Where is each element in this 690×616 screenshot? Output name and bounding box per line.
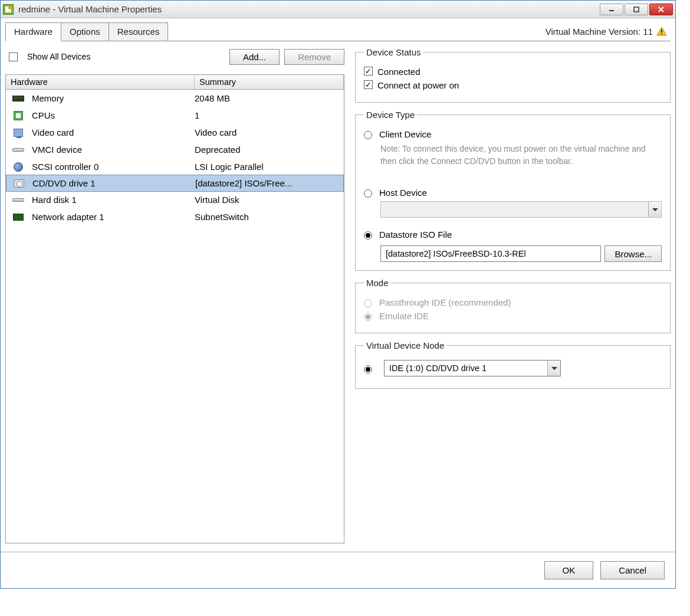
mode-legend: Mode [364, 278, 391, 288]
chevron-down-icon[interactable] [547, 361, 560, 376]
host-device-radio[interactable] [364, 189, 372, 198]
vm-properties-dialog: redmine - Virtual Machine Properties Har… [0, 0, 676, 589]
tab-options[interactable]: Options [61, 22, 109, 41]
passthrough-ide-label: Passthrough IDE (recommended) [379, 297, 511, 307]
passthrough-ide-radio [364, 299, 372, 307]
device-status-group: Device Status Connected Connect at power… [355, 47, 671, 103]
emulate-ide-radio [364, 313, 372, 321]
hw-summary: Deprecated [195, 145, 241, 155]
hw-name: SCSI controller 0 [32, 162, 195, 172]
hardware-col-header[interactable]: Hardware [6, 75, 195, 89]
host-device-label: Host Device [379, 188, 427, 198]
disk-icon [12, 195, 25, 205]
show-all-devices-label: Show All Devices [27, 52, 90, 61]
hw-summary: [datastore2] ISOs/Free... [195, 178, 292, 188]
virtual-device-node-group: Virtual Device Node [355, 340, 671, 389]
vm-version-label: Virtual Machine Version: 11 [546, 27, 671, 37]
hw-summary: SubnetSwitch [195, 212, 249, 222]
memory-icon [12, 93, 25, 104]
svg-point-6 [661, 34, 662, 35]
vdn-legend: Virtual Device Node [364, 340, 446, 350]
vm-version-text: Virtual Machine Version: 11 [546, 27, 653, 37]
hardware-row[interactable]: Memory2048 MB [6, 90, 344, 107]
show-all-devices-checkbox[interactable] [9, 53, 18, 61]
dialog-footer: OK Cancel [1, 552, 675, 588]
hw-name: CPUs [32, 110, 195, 120]
svg-rect-1 [634, 7, 639, 12]
datastore-iso-radio[interactable] [364, 231, 372, 240]
summary-col-header[interactable]: Summary [195, 75, 344, 89]
vmci-icon [12, 145, 25, 155]
hw-summary: LSI Logic Parallel [195, 162, 264, 172]
browse-button[interactable]: Browse... [604, 245, 662, 262]
window-title: redmine - Virtual Machine Properties [18, 4, 600, 14]
video-icon [12, 127, 25, 138]
hardware-row[interactable]: CD/DVD drive 1[datastore2] ISOs/Free... [6, 175, 344, 192]
hw-name: VMCI device [32, 145, 195, 155]
ok-button[interactable]: OK [544, 561, 594, 579]
hardware-row[interactable]: Hard disk 1Virtual Disk [6, 191, 344, 208]
tab-resources[interactable]: Resources [109, 22, 169, 41]
device-status-legend: Device Status [364, 47, 423, 57]
datastore-iso-label: Datastore ISO File [379, 230, 452, 240]
hw-name: Network adapter 1 [32, 212, 195, 222]
hardware-row[interactable]: Video cardVideo card [6, 124, 344, 141]
hw-summary: 1 [195, 110, 199, 120]
device-type-group: Device Type Client Device Note: To conne… [355, 110, 671, 271]
hw-summary: Video card [195, 127, 236, 137]
iso-path-input[interactable] [380, 245, 601, 262]
hw-name: Memory [32, 93, 195, 103]
add-button[interactable]: Add... [229, 49, 280, 65]
vdn-combo[interactable] [384, 360, 561, 376]
connect-at-power-on-label: Connect at power on [377, 80, 459, 90]
hardware-row[interactable]: VMCI deviceDeprecated [6, 141, 344, 158]
close-button[interactable] [649, 4, 673, 15]
warning-icon [656, 27, 667, 36]
titlebar: redmine - Virtual Machine Properties [1, 1, 675, 18]
nic-icon [12, 212, 25, 222]
hardware-list: Hardware Summary Memory2048 MBCPUs1Video… [5, 74, 344, 543]
cd-icon [12, 178, 25, 189]
connected-checkbox[interactable] [364, 67, 373, 76]
emulate-ide-label: Emulate IDE [379, 311, 429, 321]
client-device-label: Client Device [379, 129, 431, 139]
host-device-combo[interactable] [380, 201, 662, 218]
hardware-row[interactable]: CPUs1 [6, 107, 344, 124]
connected-label: Connected [377, 67, 420, 77]
mode-group: Mode Passthrough IDE (recommended) Emula… [355, 278, 671, 333]
client-device-note: Note: To connect this device, you must p… [380, 143, 662, 168]
cancel-button[interactable]: Cancel [600, 561, 665, 579]
app-icon [3, 4, 14, 15]
hardware-row[interactable]: SCSI controller 0LSI Logic Parallel [6, 158, 344, 175]
client-device-radio[interactable] [364, 131, 372, 139]
hw-name: CD/DVD drive 1 [32, 178, 195, 188]
hw-name: Hard disk 1 [32, 195, 195, 205]
tabs: Hardware Options Resources [5, 22, 167, 41]
connect-at-power-on-checkbox[interactable] [364, 80, 373, 89]
hw-name: Video card [32, 127, 195, 137]
vdn-radio[interactable] [364, 365, 372, 373]
cpu-icon [12, 110, 25, 121]
remove-button[interactable]: Remove [284, 49, 344, 65]
tab-hardware[interactable]: Hardware [5, 22, 61, 41]
scsi-icon [12, 162, 25, 172]
maximize-button[interactable] [625, 4, 648, 15]
hardware-row[interactable]: Network adapter 1SubnetSwitch [6, 208, 344, 225]
vdn-combo-input[interactable] [385, 363, 547, 373]
chevron-down-icon [648, 202, 661, 217]
hw-summary: 2048 MB [195, 93, 230, 103]
device-type-legend: Device Type [364, 110, 417, 120]
minimize-button[interactable] [600, 4, 623, 15]
hw-summary: Virtual Disk [195, 195, 239, 205]
